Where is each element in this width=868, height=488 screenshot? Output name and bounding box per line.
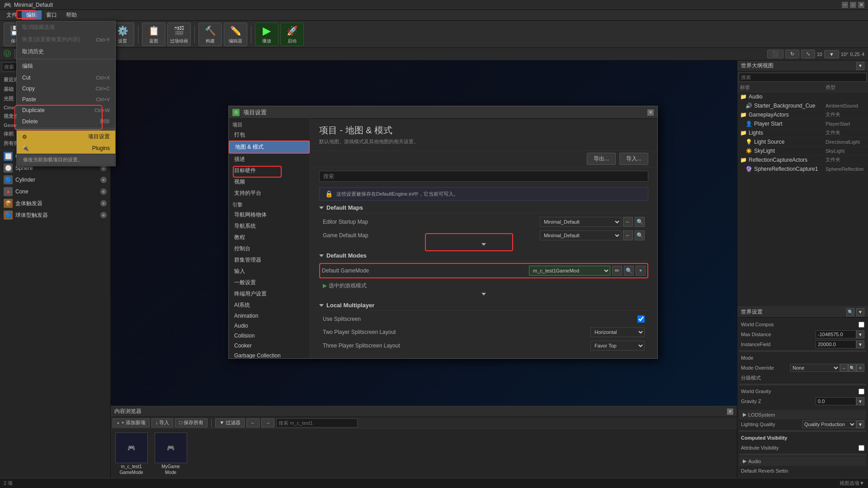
- default-gamemode-search-btn[interactable]: 🔍: [624, 266, 634, 276]
- menu-file[interactable]: 文件: [2, 10, 22, 20]
- launch-button[interactable]: 🚀 启动: [280, 23, 304, 46]
- asset-item-cylinder[interactable]: 🔵 Cylinder +: [0, 174, 110, 186]
- box-trigger-add-button[interactable]: +: [100, 200, 107, 206]
- close-button[interactable]: ✕: [858, 2, 864, 8]
- content-browser-close-btn[interactable]: ✕: [727, 408, 733, 415]
- asset-item-box-trigger[interactable]: 📦 盒体触发器 +: [0, 197, 110, 209]
- export-button[interactable]: 导出...: [587, 153, 616, 165]
- import-button[interactable]: ↓ 导入: [151, 418, 174, 427]
- editor-startup-map-search-btn[interactable]: 🔍: [635, 217, 645, 227]
- audio-section-header[interactable]: ▶ Audio: [739, 456, 866, 466]
- sidebar-nav-mesh[interactable]: 导航网格物体: [229, 209, 310, 221]
- filter-button[interactable]: ▼ 过滤器: [215, 418, 245, 427]
- world-compos-checkbox[interactable]: [859, 322, 864, 328]
- lighting-quality-btn[interactable]: ▼: [856, 420, 864, 428]
- max-distance-btn[interactable]: ▼: [856, 330, 864, 338]
- menu-edit-label[interactable]: 编辑: [17, 60, 115, 72]
- sidebar-end-user[interactable]: 终端用户设置: [229, 288, 310, 300]
- menu-undo-hide[interactable]: 取消隐藏选项: [17, 21, 115, 33]
- three-player-layout-select[interactable]: Favor Top: [590, 341, 645, 351]
- menu-project-settings[interactable]: ⚙ 项目设置: [17, 131, 115, 143]
- ws-view-btn[interactable]: ▼: [856, 308, 864, 316]
- nav-forward-button[interactable]: →: [261, 418, 274, 427]
- outliner-view-btn[interactable]: ▼: [856, 62, 864, 70]
- sphere-trigger-add-button[interactable]: +: [100, 212, 107, 218]
- lod-system-header[interactable]: ▶ LODSystem: [739, 410, 866, 419]
- asset-m-c-test1-gamemode[interactable]: 🎮 m_c_test1 GameMode: [114, 432, 148, 474]
- asset-item-sphere-trigger[interactable]: 🔵 球体型触发器 +: [0, 209, 110, 221]
- outliner-item-sphere-capture[interactable]: 🔮 SphereReflectionCapture1 SphereReflect…: [737, 164, 868, 174]
- maximize-button[interactable]: □: [850, 2, 856, 8]
- default-modes-header[interactable]: Default Modes: [319, 250, 648, 261]
- scale-button[interactable]: ⤡: [801, 50, 815, 58]
- sidebar-tutorial[interactable]: 教程: [229, 232, 310, 243]
- sidebar-nav-system[interactable]: 导航系统: [229, 221, 310, 232]
- mode-override-btn1[interactable]: ←: [840, 364, 848, 372]
- outliner-item-gameplay-actors[interactable]: 📁 GameplayActors 文件夹: [737, 110, 868, 119]
- outliner-item-bg-cue[interactable]: 🔊 Starter_Background_Cue AmbientSound: [737, 101, 868, 110]
- local-multiplayer-header[interactable]: Local Multiplayer: [319, 300, 648, 311]
- rotate-button[interactable]: ↻: [785, 50, 799, 58]
- outliner-search-input[interactable]: [739, 73, 867, 82]
- outliner-item-reflection-actors[interactable]: 📁 ReflectionCaptureActors 文件夹: [737, 155, 868, 164]
- sidebar-packing[interactable]: 打包: [229, 129, 310, 141]
- cutscene-button[interactable]: 🎬 过场动画: [167, 23, 191, 46]
- ws-search-btn[interactable]: 🔍: [846, 308, 854, 316]
- sidebar-animation[interactable]: Animation: [229, 311, 310, 321]
- menu-undo-history[interactable]: 取消历史: [17, 46, 115, 58]
- instance-field-btn[interactable]: ▼: [856, 340, 864, 348]
- lighting-quality-select[interactable]: Quality Production: [802, 420, 856, 428]
- blueprint-button[interactable]: 📋 蓝图: [142, 23, 165, 46]
- menu-paste[interactable]: Paste Ctrl+V: [17, 94, 115, 105]
- gravity-z-btn[interactable]: ▼: [856, 397, 864, 405]
- sidebar-console[interactable]: 控制台: [229, 243, 310, 254]
- import-button[interactable]: 导入...: [619, 153, 648, 165]
- sidebar-video[interactable]: 视频: [229, 176, 310, 188]
- mode-override-btn2[interactable]: 🔍: [848, 364, 856, 372]
- sidebar-audio[interactable]: Audio: [229, 321, 310, 331]
- gravity-z-input[interactable]: [816, 397, 856, 405]
- menu-window[interactable]: 窗口: [42, 10, 61, 20]
- default-gamemode-select[interactable]: m_c_test1GameMod: [529, 266, 610, 276]
- outliner-item-skylight[interactable]: ☀️ SkyLight SkyLight: [737, 146, 868, 155]
- sidebar-collision[interactable]: Collision: [229, 331, 310, 341]
- mode-override-select[interactable]: None: [790, 364, 840, 372]
- asset-item-cone[interactable]: 🔺 Cone +: [0, 186, 110, 197]
- settings-search-input[interactable]: [319, 171, 648, 182]
- menu-help[interactable]: 帮助: [61, 10, 81, 20]
- game-default-map-select[interactable]: Minimal_Default: [540, 230, 621, 240]
- asset-mygame-mode[interactable]: 🎮 MyGame Mode: [154, 432, 188, 474]
- sidebar-maps-modes[interactable]: 地图 & 模式: [229, 141, 310, 154]
- sidebar-input[interactable]: 输入: [229, 266, 310, 277]
- default-maps-header[interactable]: Default Maps: [319, 202, 648, 213]
- sidebar-crowd-manager[interactable]: 群集管理器: [229, 254, 310, 266]
- menu-cut[interactable]: Cut Ctrl+X: [17, 72, 115, 83]
- menu-duplicate[interactable]: Duplicate Ctrl+W: [17, 105, 115, 116]
- editor-startup-map-arrow-btn[interactable]: ←: [623, 217, 633, 227]
- viewport[interactable]: ⚙ 项目设置 ✕ 项目 打包 地图 & 模式 描述 目标硬件 视: [111, 61, 737, 406]
- sidebar-supported-platforms[interactable]: 支持的平台: [229, 188, 310, 199]
- menu-copy[interactable]: Copy Ctrl+C: [17, 83, 115, 94]
- world-gravity-checkbox[interactable]: [859, 389, 864, 394]
- outliner-item-audio[interactable]: 📁 Audio: [737, 92, 868, 101]
- game-default-map-arrow-btn[interactable]: ←: [623, 230, 633, 240]
- menu-plugins[interactable]: 🔌 Plugins: [17, 143, 115, 154]
- default-gamemode-edit-btn[interactable]: ✏: [612, 266, 622, 276]
- menu-delete[interactable]: Delete 删除: [17, 116, 115, 127]
- editor-startup-map-select[interactable]: Minimal_Default: [540, 217, 621, 227]
- build-button[interactable]: 🔨 构建: [198, 23, 222, 46]
- sidebar-cooker[interactable]: Cooker: [229, 341, 310, 351]
- game-instance-header[interactable]: Game Instance: [319, 356, 648, 358]
- mode-override-btn3[interactable]: +: [856, 364, 864, 372]
- view-options-btn[interactable]: 视图选项▼: [840, 480, 864, 487]
- editor-button[interactable]: ✏️ 编辑器: [224, 23, 247, 46]
- translate-button[interactable]: ⬛: [767, 50, 783, 58]
- menu-restore[interactable]: 恢复(设置要恢复的内容) Ctrl+Y: [17, 33, 115, 46]
- save-all-button[interactable]: □ 保存所有: [175, 418, 208, 427]
- add-new-button[interactable]: + + 添加新项: [113, 418, 150, 427]
- outliner-item-lights[interactable]: 📁 Lights 文件夹: [737, 128, 868, 137]
- menu-edit[interactable]: 编辑: [22, 10, 42, 20]
- max-distance-input[interactable]: [816, 330, 856, 338]
- use-splitscreen-checkbox[interactable]: [637, 315, 645, 323]
- sidebar-target-hardware[interactable]: 目标硬件: [229, 165, 310, 176]
